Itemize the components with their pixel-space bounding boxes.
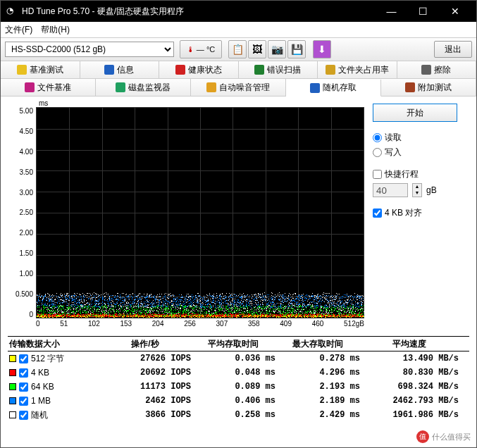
series-checkbox[interactable] xyxy=(19,354,28,363)
tab-row-1: 基准测试信息健康状态错误扫描文件夹占用率擦除 xyxy=(1,61,476,79)
series-swatch xyxy=(9,355,16,362)
col-max: 最大存取时间 xyxy=(275,338,360,350)
col-speed: 平均速度 xyxy=(360,338,459,350)
maximize-button[interactable]: ☐ xyxy=(407,1,439,22)
watermark-logo-icon: 值 xyxy=(416,430,429,443)
x-axis: 051102153204256307358409460512gB xyxy=(36,320,364,328)
copy-screenshot-icon[interactable]: 🖼 xyxy=(248,40,266,58)
tool-group: 📋 🖼 📷 💾 xyxy=(228,40,306,58)
temperature-display: 🌡 — °C xyxy=(180,40,222,58)
health-icon xyxy=(175,65,185,75)
tab-文件基准[interactable]: 文件基准 xyxy=(1,79,96,96)
table-row: 4 KB20692 IOPS0.048 ms4.296 ms80.830 MB/… xyxy=(8,366,469,380)
tab-随机存取[interactable]: 随机存取 xyxy=(286,80,381,97)
tab-基准测试[interactable]: 基准测试 xyxy=(1,61,80,78)
tab-擦除[interactable]: 擦除 xyxy=(397,61,477,78)
radio-write[interactable]: 写入 xyxy=(373,147,457,158)
extra-icon xyxy=(405,82,415,92)
scatter-plot xyxy=(36,107,364,318)
monitor-icon xyxy=(116,82,125,92)
shortstroke-size-input xyxy=(373,183,408,197)
radio-read[interactable]: 读取 xyxy=(373,132,457,144)
window-title: HD Tune Pro 5.70 - 硬盘/固态硬盘实用程序 xyxy=(22,6,376,18)
exit-button[interactable]: 退出 xyxy=(434,41,472,58)
app-window: ◔ HD Tune Pro 5.70 - 硬盘/固态硬盘实用程序 ― ☐ ✕ 文… xyxy=(0,0,477,448)
size-spinner[interactable]: ▲▼ xyxy=(412,183,422,197)
series-swatch xyxy=(9,411,16,418)
save-icon[interactable]: 💾 xyxy=(287,40,306,58)
start-button[interactable]: 开始 xyxy=(373,104,457,122)
results-table: 传输数据大小 操作/秒 平均存取时间 最大存取时间 平均速度 512 字节276… xyxy=(8,336,469,422)
erase-icon xyxy=(421,65,431,75)
screenshot-icon[interactable]: 📷 xyxy=(268,40,286,58)
titlebar: ◔ HD Tune Pro 5.70 - 硬盘/固态硬盘实用程序 ― ☐ ✕ xyxy=(1,1,476,22)
tab-健康状态[interactable]: 健康状态 xyxy=(159,61,239,78)
tab-错误扫描[interactable]: 错误扫描 xyxy=(239,61,318,78)
table-row: 512 字节27626 IOPS0.036 ms0.278 ms13.490 M… xyxy=(8,351,469,366)
side-panel: 开始 读取 写入 快捷行程 ▲▼ gB 4 KB 对齐 xyxy=(373,99,457,328)
y-axis: 5.004.504.003.503.002.502.001.501.000.50… xyxy=(8,107,36,318)
drive-select[interactable]: HS-SSD-C2000 (512 gB) xyxy=(5,42,174,57)
tab-文件夹占用率[interactable]: 文件夹占用率 xyxy=(318,61,397,78)
scan-icon xyxy=(254,65,264,75)
menu-file[interactable]: 文件(F) xyxy=(5,24,32,36)
window-controls: ― ☐ ✕ xyxy=(376,1,471,22)
y-axis-unit: ms xyxy=(39,99,364,107)
menu-help[interactable]: 帮助(H) xyxy=(41,24,70,36)
tab-附加测试[interactable]: 附加测试 xyxy=(381,79,476,96)
watermark: 值 什么值得买 xyxy=(416,430,471,443)
check-shortstroke[interactable]: 快捷行程 xyxy=(373,168,457,180)
tool-group-2: ⬇ xyxy=(312,40,332,58)
tab-row-2: 文件基准磁盘监视器自动噪音管理随机存取附加测试 xyxy=(1,79,476,97)
copy-info-icon[interactable]: 📋 xyxy=(228,40,247,58)
tab-自动噪音管理[interactable]: 自动噪音管理 xyxy=(191,79,286,96)
close-button[interactable]: ✕ xyxy=(439,1,471,22)
sound-icon xyxy=(206,82,216,92)
toolbar: HS-SSD-C2000 (512 gB) 🌡 — °C 📋 🖼 📷 💾 ⬇ 退… xyxy=(1,37,476,61)
tab-磁盘监视器[interactable]: 磁盘监视器 xyxy=(96,79,191,96)
file-icon xyxy=(25,82,35,92)
random-icon xyxy=(310,83,320,93)
lightbulb-icon xyxy=(17,65,27,75)
app-icon: ◔ xyxy=(6,6,18,17)
series-checkbox[interactable] xyxy=(19,397,28,406)
col-iops: 操作/秒 xyxy=(99,338,191,350)
series-checkbox[interactable] xyxy=(19,368,28,378)
chart-area: ms 5.004.504.003.503.002.502.001.501.000… xyxy=(8,99,364,328)
table-row: 1 MB2462 IOPS0.406 ms2.189 ms2462.793 MB… xyxy=(8,394,469,408)
tab-content: ms 5.004.504.003.503.002.502.001.501.000… xyxy=(1,97,476,425)
check-4kb-align[interactable]: 4 KB 对齐 xyxy=(373,207,457,219)
col-transfer: 传输数据大小 xyxy=(8,338,99,350)
minimize-button[interactable]: ― xyxy=(376,1,407,22)
tab-信息[interactable]: 信息 xyxy=(80,61,160,78)
info-icon xyxy=(104,65,114,75)
size-unit: gB xyxy=(426,185,437,195)
series-checkbox[interactable] xyxy=(19,382,28,392)
series-swatch xyxy=(9,397,16,404)
col-avg: 平均存取时间 xyxy=(191,338,275,350)
menubar: 文件(F) 帮助(H) xyxy=(1,22,476,37)
table-row: 随机3866 IOPS0.258 ms2.429 ms1961.986 MB/s xyxy=(8,408,469,422)
series-checkbox[interactable] xyxy=(19,411,28,420)
series-swatch xyxy=(9,369,16,376)
table-row: 64 KB11173 IOPS0.089 ms2.193 ms698.324 M… xyxy=(8,380,469,394)
options-icon[interactable]: ⬇ xyxy=(313,40,331,58)
series-swatch xyxy=(9,383,16,390)
folder-icon xyxy=(326,65,335,75)
